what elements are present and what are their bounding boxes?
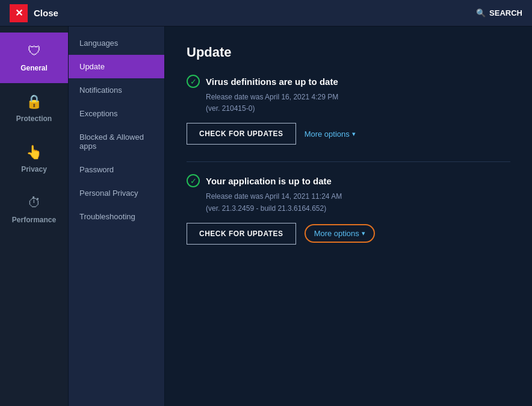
virus-status-row: ✓ Virus definitions are up to date xyxy=(187,75,510,88)
app-subtitle-line2: (ver. 21.3.2459 - build 21.3.6164.652) xyxy=(206,204,326,213)
chevron-down-icon-app: ▾ xyxy=(362,230,365,237)
virus-subtitle-line2: (ver. 210415-0) xyxy=(206,104,255,113)
check-updates-button-app[interactable]: CHECK FOR UPDATES xyxy=(187,223,296,245)
sidebar-item-label-performance: Performance xyxy=(12,216,56,224)
app-subtitle: Release date was April 14, 2021 11:24 AM… xyxy=(206,191,510,214)
titlebar: ✕ Close 🔍 SEARCH xyxy=(0,0,532,27)
search-button[interactable]: 🔍 SEARCH xyxy=(476,8,522,17)
search-icon: 🔍 xyxy=(476,8,486,17)
shield-icon: 🛡 xyxy=(28,43,41,59)
sub-item-troubleshooting[interactable]: Troubleshooting xyxy=(69,205,164,228)
check-updates-button-virus[interactable]: CHECK FOR UPDATES xyxy=(187,123,296,145)
app-title: Your application is up to date xyxy=(206,176,332,186)
sub-sidebar: Languages Update Notifications Exception… xyxy=(69,27,165,406)
sub-item-notifications[interactable]: Notifications xyxy=(69,78,164,102)
virus-subtitle: Release date was April 16, 2021 4:29 PM … xyxy=(206,92,510,114)
titlebar-left: ✕ Close xyxy=(10,4,58,22)
sidebar-item-protection[interactable]: 🔒 Protection xyxy=(0,83,68,134)
main-layout: 🛡 General 🔒 Protection 👆 Privacy ⏱ Perfo… xyxy=(0,27,532,406)
sub-item-update[interactable]: Update xyxy=(69,55,164,78)
sidebar-item-privacy[interactable]: 👆 Privacy xyxy=(0,134,68,184)
virus-definitions-card: ✓ Virus definitions are up to date Relea… xyxy=(187,75,510,145)
virus-subtitle-line1: Release date was April 16, 2021 4:29 PM xyxy=(206,93,338,101)
sub-item-password[interactable]: Password xyxy=(69,158,164,181)
sidebar-item-general[interactable]: 🛡 General xyxy=(0,33,68,83)
app-status-row: ✓ Your application is up to date xyxy=(187,174,510,187)
titlebar-title: Close xyxy=(34,8,58,18)
sidebar-item-label-general: General xyxy=(20,64,48,72)
virus-actions: CHECK FOR UPDATES More options ▾ xyxy=(187,123,510,145)
content-area: Update ✓ Virus definitions are up to dat… xyxy=(165,27,532,406)
fingerprint-icon: 👆 xyxy=(26,145,42,160)
search-label: SEARCH xyxy=(489,8,522,17)
page-title: Update xyxy=(187,45,510,60)
more-options-button-virus[interactable]: More options ▾ xyxy=(305,130,356,139)
check-icon-app: ✓ xyxy=(187,174,200,187)
divider xyxy=(187,161,510,162)
lock-icon: 🔒 xyxy=(26,94,42,110)
sidebar-item-performance[interactable]: ⏱ Performance xyxy=(0,184,68,235)
virus-title: Virus definitions are up to date xyxy=(206,77,338,87)
gauge-icon: ⏱ xyxy=(28,195,41,211)
app-subtitle-line1: Release date was April 14, 2021 11:24 AM xyxy=(206,192,342,201)
sidebar-item-label-privacy: Privacy xyxy=(21,165,47,173)
sub-item-languages[interactable]: Languages xyxy=(69,31,164,55)
more-options-button-app[interactable]: More options ▾ xyxy=(305,224,375,243)
more-options-label-virus: More options xyxy=(305,130,350,139)
sub-item-exceptions[interactable]: Exceptions xyxy=(69,102,164,125)
more-options-label-app: More options xyxy=(314,229,359,238)
sub-item-personal-privacy[interactable]: Personal Privacy xyxy=(69,181,164,205)
chevron-down-icon-virus: ▾ xyxy=(352,130,356,138)
app-actions: CHECK FOR UPDATES More options ▾ xyxy=(187,223,510,245)
application-card: ✓ Your application is up to date Release… xyxy=(187,174,510,244)
close-button[interactable]: ✕ xyxy=(10,4,28,22)
check-icon-virus: ✓ xyxy=(187,75,200,88)
sub-item-blocked-allowed-apps[interactable]: Blocked & Allowed apps xyxy=(69,125,164,158)
nav-sidebar: 🛡 General 🔒 Protection 👆 Privacy ⏱ Perfo… xyxy=(0,27,69,406)
sidebar-item-label-protection: Protection xyxy=(16,114,52,123)
